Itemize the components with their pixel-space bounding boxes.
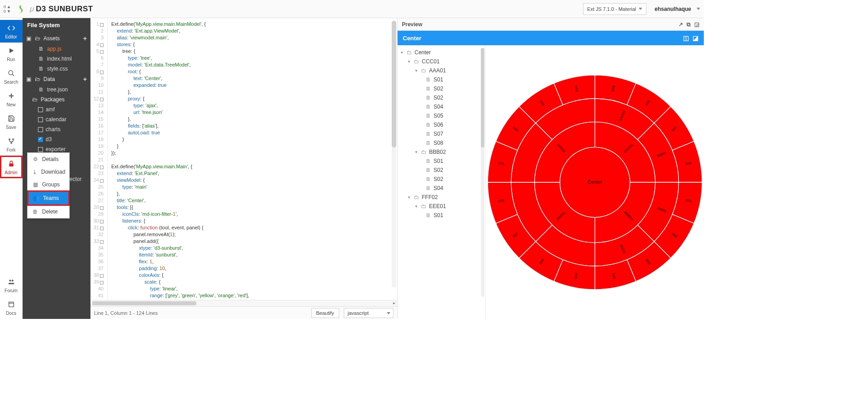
tree-aaa01[interactable]: ▾🗀AAA01 bbox=[398, 66, 485, 75]
fiddle-title: D3 SUNBURST bbox=[36, 5, 93, 14]
tree-leaf[interactable]: 🗎S02 bbox=[398, 93, 485, 102]
add-data-icon[interactable]: + bbox=[83, 76, 87, 83]
beautify-button[interactable]: Beautify bbox=[311, 308, 339, 318]
file-icon: 🗎 bbox=[426, 131, 432, 137]
preview-header-title: Preview bbox=[402, 21, 422, 28]
code-icon bbox=[7, 24, 16, 33]
tree-ccc01[interactable]: ▾🗀CCC01 bbox=[398, 57, 485, 66]
top-bar: 0▲ 0▼ μ D3 SUNBURST Ext JS 7.1.0 - Mater… bbox=[0, 0, 704, 18]
pkg-d3[interactable]: d3 bbox=[23, 134, 90, 144]
tree-leaf[interactable]: 🗎S07 bbox=[398, 129, 485, 138]
new-tool[interactable]: New bbox=[0, 88, 23, 110]
cursor-status: Line 1, Column 1 - 124 Lines bbox=[94, 310, 158, 316]
pkg-calendar[interactable]: calendar bbox=[23, 114, 90, 124]
fork-tool[interactable]: Fork bbox=[0, 133, 23, 156]
search-tool[interactable]: Search bbox=[0, 65, 23, 88]
filter-2-icon[interactable]: ◪ bbox=[693, 34, 698, 42]
tree-eee01[interactable]: ▾🗀EEE01 bbox=[398, 202, 485, 211]
panel-title-bar: Center ◫ ◪ bbox=[398, 31, 704, 45]
file-index-html[interactable]: 🗎index.html bbox=[23, 54, 90, 64]
docs-tool[interactable]: Docs bbox=[0, 296, 23, 319]
save-tool[interactable]: Save bbox=[0, 110, 23, 133]
code-area[interactable]: Ext.define('MyApp.view.main.MainModel', … bbox=[108, 18, 397, 300]
file-tree-json[interactable]: 🗎tree.json bbox=[23, 85, 90, 95]
tree-fff02[interactable]: ▾🗀FFF02 bbox=[398, 193, 485, 202]
svg-point-9 bbox=[9, 280, 11, 281]
tree-leaf[interactable]: 🗎S02 bbox=[398, 175, 485, 184]
file-icon: 🗎 bbox=[426, 122, 432, 128]
sencha-logo-icon bbox=[16, 4, 26, 14]
lock-icon bbox=[7, 159, 16, 168]
framework-select[interactable]: Ext JS 7.1.0 - Material bbox=[583, 3, 646, 15]
admin-tool[interactable]: Admin bbox=[0, 156, 23, 178]
popout-icon[interactable]: ◲ bbox=[694, 21, 699, 28]
file-icon: 🗎 bbox=[426, 113, 432, 119]
folder-icon: 🗀 bbox=[421, 203, 427, 209]
tree-leaf[interactable]: 🗎S04 bbox=[398, 102, 485, 111]
username[interactable]: ehsanulhaque bbox=[655, 6, 691, 12]
menu-download[interactable]: ⭳Download bbox=[28, 166, 69, 178]
tree-leaf[interactable]: 🗎S01 bbox=[398, 157, 485, 166]
menu-delete[interactable]: 🗑Delete bbox=[28, 205, 69, 218]
tree-leaf[interactable]: 🗎S08 bbox=[398, 138, 485, 147]
preview-column: Preview ↗ ⧉ ◲ Center ◫ ◪ ▾🗀Center ▾🗀CCC0… bbox=[398, 18, 704, 319]
menu-groups[interactable]: ▦Groups bbox=[28, 178, 69, 191]
tree-bbb02[interactable]: ▾🗀BBB02 bbox=[398, 147, 485, 157]
menu-details[interactable]: ⚙Details bbox=[28, 153, 69, 166]
line-gutter: 1-234-5-678-9101112-13141516171819202122… bbox=[90, 18, 108, 300]
chevron-down-icon: ▾ bbox=[414, 204, 419, 209]
file-icon: 🗎 bbox=[38, 46, 44, 52]
tree-center[interactable]: ▾🗀Center bbox=[398, 48, 485, 57]
minus-square-icon: ▣ bbox=[25, 76, 32, 82]
menu-teams[interactable]: 👥Teams bbox=[27, 190, 70, 206]
file-icon: 🗎 bbox=[426, 176, 432, 182]
tree-leaf[interactable]: 🗎S04 bbox=[398, 184, 485, 193]
pkg-amf[interactable]: amf bbox=[23, 104, 90, 114]
tree-leaf[interactable]: 🗎S06 bbox=[398, 120, 485, 129]
folder-icon: 🗀 bbox=[414, 194, 420, 200]
svg-point-5 bbox=[9, 138, 10, 140]
pkg-charts[interactable]: charts bbox=[23, 124, 90, 134]
sunburst-chart[interactable]: CCC01BBB02EEE01FFF02AAA01200002000020333… bbox=[486, 45, 704, 319]
file-icon: 🗎 bbox=[426, 104, 432, 110]
folder-assets[interactable]: ▣ 🗁 Assets + bbox=[23, 33, 90, 44]
minus-square-icon: ▣ bbox=[25, 35, 32, 42]
folder-icon: 🗀 bbox=[414, 58, 420, 65]
file-app-js[interactable]: 🗎app.js bbox=[23, 44, 90, 54]
forum-tool[interactable]: Forum bbox=[0, 274, 23, 296]
tree-vertical-scrollbar[interactable] bbox=[481, 48, 484, 297]
file-icon: 🗎 bbox=[426, 85, 432, 92]
language-select[interactable]: javascript bbox=[344, 308, 394, 318]
code-editor[interactable]: 1-234-5-678-9101112-13141516171819202122… bbox=[90, 18, 397, 300]
editor-tool[interactable]: Editor bbox=[0, 20, 23, 43]
svg-point-7 bbox=[10, 142, 12, 143]
folder-data[interactable]: ▣ 🗁 Data + bbox=[23, 74, 90, 85]
run-tool[interactable]: Run bbox=[0, 43, 23, 65]
user-menu-chevron-icon[interactable] bbox=[697, 8, 700, 10]
file-icon: 🗎 bbox=[426, 212, 432, 218]
svg-point-1 bbox=[9, 71, 13, 75]
tree-leaf[interactable]: 🗎S01 bbox=[398, 75, 485, 84]
filter-1-icon[interactable]: ◫ bbox=[683, 34, 689, 42]
tree-leaf[interactable]: 🗎S02 bbox=[398, 166, 485, 175]
editor-horizontal-scrollbar[interactable]: ▸ bbox=[90, 300, 397, 306]
folder-packages[interactable]: 🗁Packages bbox=[23, 95, 90, 104]
file-icon: 🗎 bbox=[426, 140, 432, 146]
download-icon: ⭳ bbox=[32, 169, 38, 175]
share-icon[interactable]: ↗ bbox=[678, 21, 683, 28]
tree-leaf[interactable]: 🗎S02 bbox=[398, 84, 485, 93]
search-icon bbox=[7, 69, 16, 78]
chevron-down-icon: ▾ bbox=[407, 195, 412, 199]
preview-header: Preview ↗ ⧉ ◲ bbox=[398, 18, 704, 31]
tree-leaf[interactable]: 🗎S01 bbox=[398, 211, 485, 220]
users-icon bbox=[7, 277, 16, 286]
add-asset-icon[interactable]: + bbox=[83, 35, 87, 42]
file-icon: 🗎 bbox=[426, 158, 432, 164]
editor-vertical-scrollbar[interactable] bbox=[392, 21, 396, 288]
tree-leaf[interactable]: 🗎S05 bbox=[398, 111, 485, 120]
plus-icon bbox=[7, 91, 16, 100]
file-style-css[interactable]: 🗎style.css bbox=[23, 64, 90, 74]
folder-open-icon: 🗁 bbox=[34, 76, 41, 82]
copy-icon[interactable]: ⧉ bbox=[687, 21, 691, 28]
sidebar-title: File System bbox=[23, 18, 90, 33]
